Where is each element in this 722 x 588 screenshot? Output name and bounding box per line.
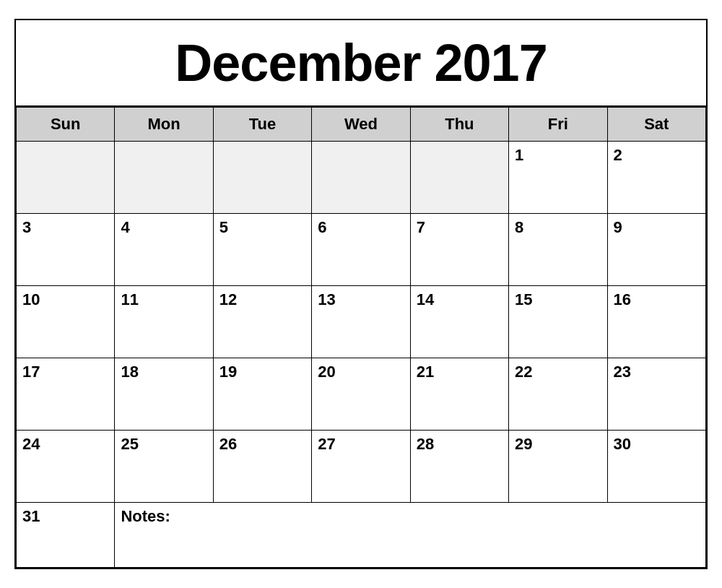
week3-tue: 12 (213, 286, 311, 358)
calendar-container: December 2017 Sun Mon Tue Wed Thu Fri Sa… (14, 19, 708, 569)
calendar-grid: Sun Mon Tue Wed Thu Fri Sat 1 2 (16, 107, 706, 568)
week3-sat: 16 (607, 286, 705, 358)
header-fri: Fri (509, 108, 607, 142)
week3-mon: 11 (115, 286, 213, 358)
day-31-cell: 31 (17, 503, 115, 568)
week2-sun: 3 (17, 214, 115, 286)
week-5-row: 24 25 26 27 28 29 30 (17, 431, 706, 503)
notes-cell: Notes: (115, 503, 706, 568)
header-mon: Mon (115, 108, 213, 142)
week2-thu: 7 (410, 214, 508, 286)
week5-tue: 26 (213, 431, 311, 503)
week2-wed: 6 (312, 214, 410, 286)
week-3-row: 10 11 12 13 14 15 16 (17, 286, 706, 358)
week2-mon: 4 (115, 214, 213, 286)
last-row: 31 Notes: (17, 503, 706, 568)
week-4-row: 17 18 19 20 21 22 23 (17, 358, 706, 431)
header-sat: Sat (607, 108, 705, 142)
week3-wed: 13 (312, 286, 410, 358)
calendar-title: December 2017 (175, 34, 547, 92)
week1-wed (312, 142, 410, 214)
header-sun: Sun (17, 108, 115, 142)
week5-sun: 24 (17, 431, 115, 503)
calendar-header: December 2017 (16, 20, 706, 107)
week5-mon: 25 (115, 431, 213, 503)
week4-wed: 20 (312, 358, 410, 431)
week4-sun: 17 (17, 358, 115, 431)
week4-sat: 23 (607, 358, 705, 431)
notes-label: Notes: (121, 507, 170, 525)
week1-thu (410, 142, 508, 214)
week1-tue (213, 142, 311, 214)
header-wed: Wed (312, 108, 410, 142)
week-1-row: 1 2 (17, 142, 706, 214)
week1-sun (17, 142, 115, 214)
week5-sat: 30 (607, 431, 705, 503)
week4-fri: 22 (509, 358, 607, 431)
week-2-row: 3 4 5 6 7 8 9 (17, 214, 706, 286)
week2-fri: 8 (509, 214, 607, 286)
week4-mon: 18 (115, 358, 213, 431)
header-thu: Thu (410, 108, 508, 142)
week1-sat: 2 (607, 142, 705, 214)
week5-wed: 27 (312, 431, 410, 503)
week3-sun: 10 (17, 286, 115, 358)
week4-tue: 19 (213, 358, 311, 431)
week5-thu: 28 (410, 431, 508, 503)
week2-tue: 5 (213, 214, 311, 286)
week3-fri: 15 (509, 286, 607, 358)
week5-fri: 29 (509, 431, 607, 503)
week1-fri: 1 (509, 142, 607, 214)
week1-mon (115, 142, 213, 214)
header-tue: Tue (213, 108, 311, 142)
week2-sat: 9 (607, 214, 705, 286)
days-of-week-row: Sun Mon Tue Wed Thu Fri Sat (17, 108, 706, 142)
week3-thu: 14 (410, 286, 508, 358)
week4-thu: 21 (410, 358, 508, 431)
